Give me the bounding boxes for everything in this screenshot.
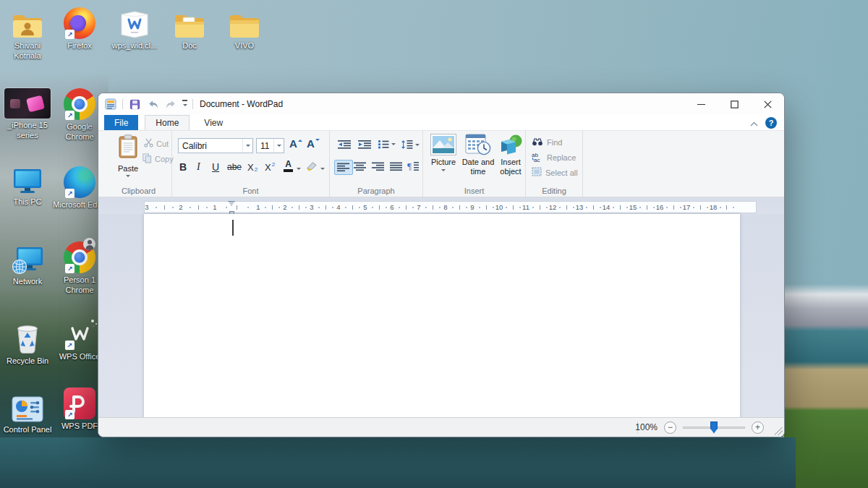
decrease-indent-button[interactable] bbox=[337, 140, 352, 150]
font-family-value: Calibri bbox=[182, 141, 207, 151]
shrink-font-button[interactable]: A bbox=[307, 137, 319, 150]
superscript-button[interactable]: X2 bbox=[265, 161, 275, 173]
ruler-tick bbox=[653, 207, 655, 208]
text-cursor bbox=[232, 220, 234, 236]
maximize-button[interactable] bbox=[718, 93, 751, 115]
indent-marker[interactable] bbox=[228, 201, 235, 215]
find-button[interactable]: Find bbox=[532, 137, 562, 147]
desktop-icon-doc[interactable]: Doc bbox=[162, 6, 217, 51]
ruler-tick bbox=[299, 205, 299, 210]
undo-button[interactable] bbox=[146, 98, 159, 111]
svg-text:ac: ac bbox=[534, 157, 540, 163]
align-right-button[interactable] bbox=[372, 162, 385, 171]
ruler-tick bbox=[372, 207, 373, 208]
desktop-icon-iphone-15-series[interactable]: _iPhone 15 series bbox=[0, 85, 55, 141]
line-spacing-button[interactable] bbox=[401, 140, 420, 150]
tab-home[interactable]: Home bbox=[145, 115, 190, 130]
ruler-number: 12 bbox=[549, 203, 557, 211]
ruler-tick bbox=[486, 205, 487, 210]
ruler-tick bbox=[559, 207, 561, 208]
ruler-number: 14 bbox=[603, 203, 610, 211]
desktop-icon-this-pc[interactable]: This PC bbox=[0, 162, 55, 207]
collapse-ribbon-chevron-icon[interactable] bbox=[750, 116, 758, 129]
increase-indent-button[interactable] bbox=[357, 140, 372, 150]
replace-label: Replace bbox=[547, 153, 576, 162]
ribbon-tabs: File Home View ? bbox=[98, 115, 784, 131]
svg-text:¶: ¶ bbox=[407, 160, 412, 171]
save-button[interactable] bbox=[128, 98, 141, 111]
list-button[interactable] bbox=[378, 140, 396, 149]
picture-caret-icon bbox=[441, 169, 446, 174]
desktop-icon-recycle-bin[interactable]: Recycle Bin bbox=[0, 321, 55, 367]
redo-button[interactable] bbox=[164, 98, 177, 111]
zoom-slider-handle[interactable] bbox=[710, 421, 718, 434]
date-and-time-button[interactable]: Date and time bbox=[461, 134, 495, 176]
document-page[interactable] bbox=[144, 214, 740, 421]
shortcut-arrow-badge bbox=[65, 189, 75, 198]
font-color-button[interactable]: A bbox=[284, 160, 293, 172]
zoom-in-button[interactable]: + bbox=[752, 421, 764, 434]
group-label-font: Font bbox=[172, 187, 329, 195]
font-color-swatch bbox=[284, 169, 293, 172]
resize-grip[interactable] bbox=[775, 427, 783, 435]
ruler-tick bbox=[493, 207, 494, 208]
bold-button[interactable]: B bbox=[179, 161, 187, 173]
list-caret-icon bbox=[391, 143, 396, 147]
replace-button[interactable]: abac Replace bbox=[532, 152, 576, 163]
italic-button[interactable]: I bbox=[197, 161, 200, 173]
desktop-icon-wps-wid-cl[interactable]: wps_wid.cl... bbox=[107, 6, 162, 51]
group-paragraph: ¶ Paragraph bbox=[330, 131, 423, 197]
insert-object-label: Insert object bbox=[497, 158, 524, 176]
ruler-number: 1 bbox=[213, 203, 216, 211]
minimize-button[interactable] bbox=[684, 93, 718, 115]
zoom-out-button[interactable]: − bbox=[664, 421, 676, 434]
image-thumb-icon bbox=[4, 85, 51, 119]
desktop-icon-shivani-kotnala[interactable]: Shivani Kotnala bbox=[0, 6, 55, 61]
chrome-icon bbox=[64, 87, 95, 120]
paste-button[interactable]: Paste bbox=[111, 134, 145, 184]
justify-button[interactable] bbox=[390, 162, 403, 171]
superscript-x: X bbox=[265, 162, 271, 173]
help-button[interactable]: ? bbox=[765, 117, 777, 129]
desktop-icon-firefox[interactable]: Firefox bbox=[52, 6, 107, 51]
ruler-tick bbox=[272, 205, 273, 210]
ruler-number: 18 bbox=[710, 203, 718, 211]
align-left-button[interactable] bbox=[334, 160, 353, 175]
ruler-number: 8 bbox=[443, 203, 447, 211]
desktop-icon-control-panel[interactable]: Control Panel bbox=[0, 390, 55, 435]
ruler-tick bbox=[600, 207, 601, 208]
ruler-tick bbox=[305, 207, 307, 208]
customize-qat-dropdown[interactable] bbox=[182, 100, 187, 108]
insert-picture-button[interactable]: Picture bbox=[427, 134, 459, 174]
highlight-button[interactable] bbox=[305, 160, 318, 171]
ruler-tick bbox=[707, 207, 708, 208]
tab-view[interactable]: View bbox=[194, 115, 233, 130]
zoom-slider[interactable] bbox=[683, 421, 745, 434]
insert-object-button[interactable]: Insert object bbox=[497, 134, 524, 176]
strikethrough-button[interactable]: abe bbox=[227, 162, 242, 172]
font-size-combobox[interactable]: 11 bbox=[256, 138, 284, 153]
subscript-2: 2 bbox=[255, 166, 258, 173]
close-button[interactable] bbox=[751, 93, 784, 115]
ruler-tick bbox=[733, 207, 734, 208]
font-family-combobox[interactable]: Calibri bbox=[178, 138, 253, 153]
superscript-2: 2 bbox=[272, 161, 275, 168]
paragraph-dialog-button[interactable]: ¶ bbox=[407, 160, 420, 171]
select-all-button[interactable]: Select all bbox=[532, 167, 578, 178]
ruler-tick bbox=[412, 207, 414, 208]
ruler[interactable]: 321123456789101112131415161718 bbox=[144, 201, 757, 213]
desktop-icon-network[interactable]: Network bbox=[0, 241, 55, 287]
ruler-tick bbox=[573, 207, 574, 208]
wordpad-app-icon[interactable] bbox=[104, 98, 117, 111]
align-center-button[interactable] bbox=[354, 162, 367, 171]
ruler-tick bbox=[673, 205, 674, 210]
copy-button[interactable]: Copy bbox=[142, 153, 174, 165]
desktop-icon-vivo[interactable]: VIVO bbox=[217, 6, 272, 51]
cut-button[interactable]: Cut bbox=[144, 138, 169, 149]
tab-file[interactable]: File bbox=[104, 115, 138, 130]
subscript-button[interactable]: X2 bbox=[247, 161, 258, 173]
ruler-tick bbox=[513, 205, 514, 210]
grow-font-button[interactable]: A bbox=[289, 137, 302, 150]
underline-button[interactable]: U bbox=[212, 161, 219, 173]
desktop-icon-label: Network bbox=[13, 277, 42, 287]
